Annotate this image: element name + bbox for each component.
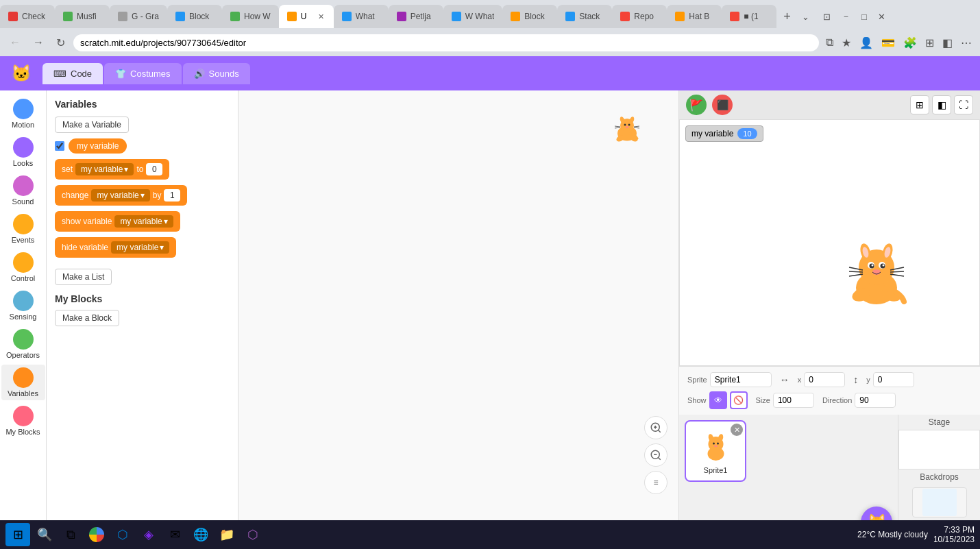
fit-screen-button[interactable]: ≡ [644,471,667,494]
tab-favicon-7 [342,12,352,21]
fullscreen-button[interactable]: ⛶ [954,95,973,114]
sidebar-label-control: Control [11,274,35,282]
sprite-delete-button[interactable]: ✕ [731,424,743,436]
small-stage-button[interactable]: ⊞ [910,95,929,114]
y-input[interactable]: 0 [873,372,914,387]
sidebar-toggle-icon[interactable]: ◧ [940,34,955,52]
sidebar-item-variables[interactable]: Variables [1,365,45,400]
sidebar-item-events[interactable]: Events [1,211,45,247]
browser-tab-10[interactable]: Block [502,5,557,28]
show-visible-button[interactable]: 👁 [709,391,727,409]
browser-tab-11[interactable]: Stack [557,5,612,28]
user-profile-icon[interactable]: 👤 [857,34,876,52]
taskbar-vscode[interactable]: ⬡ [111,523,134,546]
browser-tab-4[interactable]: Block [167,5,222,28]
zoom-in-button[interactable] [644,416,667,439]
zoom-out-button[interactable] [644,443,667,467]
taskbar-chrome[interactable] [85,523,108,546]
taskbar-mail[interactable]: ✉ [163,523,186,546]
change-variable-block[interactable]: change my variable by 1 [55,185,187,206]
set-variable-block[interactable]: set my variable to 0 [55,159,169,180]
sprite-thumb-sprite1[interactable]: ✕ Sprite1 [685,420,746,482]
favorites-icon[interactable]: ★ [839,34,854,52]
sidebar-item-sound[interactable]: Sound [1,173,45,208]
direction-input[interactable]: 90 [855,393,896,408]
address-bar: ← → ↻ scratch.mit.edu/projects/907730645… [0,29,980,56]
sidebar-item-myblocks[interactable]: My Blocks [1,403,45,439]
tab-sounds[interactable]: 🔊 Sounds [183,63,250,84]
sidebar-item-sensing[interactable]: Sensing [1,288,45,324]
change-variable-dropdown[interactable]: my variable [91,189,149,202]
change-value-input[interactable]: 1 [164,189,180,202]
set-value-input[interactable]: 0 [146,163,162,175]
make-variable-button[interactable]: Make a Variable [55,117,129,133]
browser-tab-14[interactable]: ■ (1 [722,5,776,28]
backdrop-thumbnail[interactable] [912,487,967,517]
taskbar-edge[interactable]: 🌐 [189,523,212,546]
browser-tab-1[interactable]: Check [0,5,55,28]
size-input[interactable]: 100 [773,393,814,408]
close-button[interactable]: ✕ [874,12,890,22]
stop-button[interactable]: ⬛ [712,95,733,115]
normal-stage-button[interactable]: ◧ [932,95,951,114]
restore-button[interactable]: □ [857,12,871,22]
forward-button[interactable]: → [29,34,48,51]
split-screen-icon[interactable]: ⊞ [922,34,937,52]
stop-icon: ⬛ [717,99,728,110]
browser-tab-2[interactable]: Musfi [55,5,110,28]
tab-list-button[interactable]: ⊡ [819,12,835,22]
hide-variable-block[interactable]: hide variable my variable [55,237,176,258]
scratch-app: 🐱 ⌨ Code 👕 Costumes 🔊 Sounds Motion [0,56,980,549]
hide-variable-dropdown[interactable]: my variable [111,241,169,254]
browser-tab-8[interactable]: Petlja [389,5,443,28]
tab-overflow-button[interactable]: ⌄ [798,12,813,22]
set-variable-dropdown[interactable]: my variable [75,163,134,175]
taskbar-files[interactable]: 📁 [215,523,238,546]
sprite-name-input[interactable]: Sprite1 [710,372,772,387]
browser-tab-12[interactable]: Repo [612,5,667,28]
show-hidden-button[interactable]: 🚫 [730,391,748,409]
tab-close-6[interactable]: ✕ [317,12,326,21]
address-input[interactable]: scratch.mit.edu/projects/907730645/edito… [73,34,819,51]
x-input[interactable]: 0 [804,372,845,387]
wallet-icon[interactable]: 💳 [879,34,898,52]
minimize-button[interactable]: － [837,10,855,23]
browser-tab-3[interactable]: G - Gra [110,5,167,28]
start-button[interactable]: ⊞ [5,523,30,546]
make-block-button[interactable]: Make a Block [55,310,119,326]
svg-line-7 [615,126,620,127]
back-button[interactable]: ← [5,34,25,51]
sidebar-item-control[interactable]: Control [1,249,45,285]
sidebar-item-operators[interactable]: Operators [1,326,45,362]
tab-code[interactable]: ⌨ Code [42,63,103,84]
taskbar-search[interactable]: 🔍 [33,523,56,546]
make-list-button[interactable]: Make a List [55,269,112,285]
browser-tab-6[interactable]: U ✕ [279,5,334,28]
new-tab-button[interactable]: + [779,10,795,24]
browser-tab-7[interactable]: What [334,5,389,28]
menu-icon[interactable]: ⋯ [958,34,975,52]
show-variable-dropdown[interactable]: my variable [114,215,173,228]
browser-tab-5[interactable]: How W [222,5,279,28]
code-editor-area[interactable]: ≡ Backpack [238,90,678,549]
stage-thumbnail[interactable] [898,430,980,469]
taskbar-task-view[interactable]: ⧉ [59,523,82,546]
sidebar-item-looks[interactable]: Looks [1,134,45,170]
browser-tab-9[interactable]: W What [443,5,503,28]
show-variable-block[interactable]: show variable my variable [55,211,180,232]
taskbar-canva[interactable]: ◈ [137,523,160,546]
extensions-icon[interactable]: ⧉ [823,34,836,51]
sidebar-item-motion[interactable]: Motion [1,96,45,132]
green-flag-button[interactable]: 🚩 [686,95,707,115]
sensing-dot [13,291,34,311]
my-variable-label-block[interactable]: my variable [69,138,127,154]
taskbar-vs[interactable]: ⬡ [241,523,265,546]
sidebar-label-looks: Looks [13,159,33,167]
tab-costumes[interactable]: 👕 Costumes [104,63,182,84]
code-icon: ⌨ [53,69,66,79]
browser-tab-13[interactable]: Hat B [667,5,722,28]
my-variable-checkbox[interactable] [55,141,64,151]
puzzle-icon[interactable]: 🧩 [901,34,920,52]
stage-header: 🚩 ⬛ ⊞ ◧ ⛶ [679,90,980,119]
refresh-button[interactable]: ↻ [52,34,69,52]
